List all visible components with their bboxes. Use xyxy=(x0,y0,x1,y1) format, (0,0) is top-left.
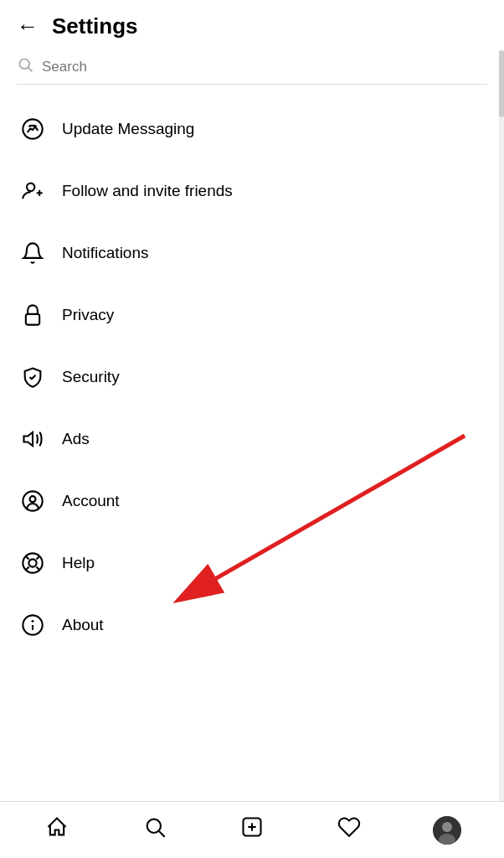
nav-search[interactable] xyxy=(105,802,203,858)
menu-item-privacy[interactable]: Privacy xyxy=(0,284,504,346)
menu-label-ads: Ads xyxy=(62,430,90,448)
settings-header: ← Settings xyxy=(0,0,504,49)
search-input[interactable] xyxy=(42,59,487,75)
info-circle-icon xyxy=(17,609,49,641)
svg-point-20 xyxy=(147,819,160,833)
svg-line-13 xyxy=(36,556,39,560)
svg-rect-6 xyxy=(26,314,39,325)
svg-point-10 xyxy=(28,559,36,566)
nav-add[interactable] xyxy=(203,802,301,858)
menu-label-privacy: Privacy xyxy=(62,306,114,324)
menu-item-help[interactable]: Help xyxy=(0,532,504,594)
menu-label-notifications: Notifications xyxy=(62,244,149,262)
svg-point-8 xyxy=(30,496,36,502)
lifebuoy-icon xyxy=(17,547,49,579)
menu-item-security[interactable]: Security xyxy=(0,346,504,408)
menu-item-ads[interactable]: Ads xyxy=(0,408,504,470)
svg-line-14 xyxy=(26,566,29,570)
add-square-icon xyxy=(240,815,264,845)
svg-line-1 xyxy=(28,68,33,72)
nav-heart[interactable] xyxy=(301,802,398,858)
home-icon xyxy=(45,815,69,845)
svg-line-11 xyxy=(26,556,29,560)
search-nav-icon xyxy=(143,815,167,845)
nav-home[interactable] xyxy=(8,802,105,858)
menu-item-account[interactable]: Account xyxy=(0,470,504,532)
person-circle-icon xyxy=(17,485,49,517)
menu-label-update-messaging: Update Messaging xyxy=(62,120,194,138)
menu-item-update-messaging[interactable]: Update Messaging xyxy=(0,98,504,160)
svg-line-21 xyxy=(159,831,164,836)
messenger-icon xyxy=(17,113,49,145)
search-bar xyxy=(17,56,487,85)
back-button[interactable]: ← xyxy=(17,13,39,39)
menu-label-account: Account xyxy=(62,492,120,510)
menu-item-about[interactable]: About xyxy=(0,594,504,656)
heart-icon xyxy=(337,815,361,845)
search-icon xyxy=(17,56,33,77)
svg-point-26 xyxy=(442,822,452,832)
svg-point-3 xyxy=(27,183,34,191)
menu-item-follow-invite[interactable]: Follow and invite friends xyxy=(0,160,504,222)
shield-check-icon xyxy=(17,361,49,393)
lock-icon xyxy=(17,299,49,331)
svg-point-0 xyxy=(19,59,29,69)
add-person-icon xyxy=(17,175,49,207)
svg-point-7 xyxy=(23,491,42,510)
bottom-nav xyxy=(0,801,504,858)
svg-line-12 xyxy=(36,566,39,570)
nav-profile[interactable] xyxy=(399,802,496,858)
settings-menu: Update Messaging Follow and invite frien… xyxy=(0,98,504,656)
menu-label-security: Security xyxy=(62,368,120,386)
page-title: Settings xyxy=(52,13,138,39)
profile-avatar xyxy=(433,816,461,845)
megaphone-icon xyxy=(17,423,49,455)
scrollbar-thumb[interactable] xyxy=(499,50,504,117)
bell-icon xyxy=(17,237,49,269)
menu-label-about: About xyxy=(62,616,104,634)
menu-label-follow-invite: Follow and invite friends xyxy=(62,182,233,200)
scrollbar-track[interactable] xyxy=(499,50,504,801)
menu-label-help: Help xyxy=(62,554,95,572)
menu-item-notifications[interactable]: Notifications xyxy=(0,222,504,284)
